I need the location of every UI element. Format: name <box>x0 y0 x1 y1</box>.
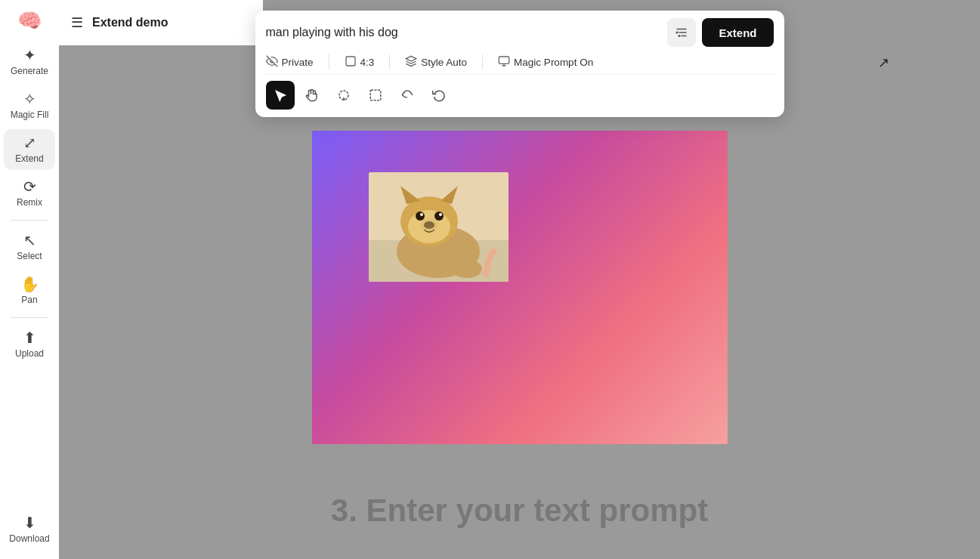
sidebar-divider-1 <box>11 220 48 221</box>
logo-area: 🧠 <box>0 9 59 39</box>
ratio-option[interactable]: 4:3 <box>345 55 375 69</box>
generate-icon: ✦ <box>23 48 36 63</box>
app-logo-icon: 🧠 <box>17 9 42 32</box>
menu-icon[interactable]: ☰ <box>71 14 83 31</box>
history-tool-button[interactable] <box>425 81 453 110</box>
extend-icon: ⤢ <box>23 135 36 150</box>
options-row: Private 4:3 Style Auto <box>266 54 774 73</box>
tools-row <box>266 74 774 110</box>
extend-button[interactable]: Extend <box>702 18 773 47</box>
style-label: Style Auto <box>421 57 467 68</box>
svg-point-24 <box>420 218 438 232</box>
page-title: Extend demo <box>92 16 168 29</box>
prompt-toolbar: Extend Private 4:3 <box>255 11 784 117</box>
sidebar-item-pan-label: Pan <box>21 295 37 305</box>
option-divider-2 <box>389 54 390 69</box>
magic-prompt-option[interactable]: Magic Prompt On <box>498 55 593 69</box>
svg-point-3 <box>676 32 679 34</box>
bottom-instruction-text: 3. Enter your text prompt <box>331 493 708 529</box>
sidebar-item-generate-label: Generate <box>11 66 48 76</box>
image-canvas <box>312 131 728 444</box>
svg-point-19 <box>416 212 425 221</box>
pan-icon: ✋ <box>20 276 39 292</box>
option-divider-3 <box>482 54 483 69</box>
select-icon: ↖ <box>23 233 36 248</box>
select-tool-button[interactable] <box>266 81 295 110</box>
svg-point-22 <box>439 213 442 216</box>
sidebar-divider-2 <box>11 317 48 318</box>
magic-fill-icon: ✧ <box>23 91 36 107</box>
sidebar-item-extend-label: Extend <box>15 153 43 164</box>
lasso-tool-button[interactable] <box>329 81 358 110</box>
download-icon: ⬇ <box>23 515 36 530</box>
sidebar: 🧠 ✦ Generate ✧ Magic Fill ⤢ Extend ⟳ Rem… <box>0 0 59 559</box>
canvas-area: Extend Private 4:3 <box>59 0 980 559</box>
private-option[interactable]: Private <box>266 55 314 69</box>
style-option[interactable]: Style Auto <box>405 55 467 69</box>
option-divider-1 <box>329 54 329 69</box>
sidebar-item-download[interactable]: ⬇ Download <box>4 509 55 550</box>
main-area: ☰ Extend demo Extend <box>59 0 980 559</box>
sidebar-item-select[interactable]: ↖ Select <box>4 227 55 267</box>
hand-tool-button[interactable] <box>298 81 326 110</box>
svg-rect-7 <box>499 57 509 63</box>
svg-point-21 <box>420 213 423 216</box>
sidebar-item-pan[interactable]: ✋ Pan <box>4 270 55 311</box>
private-icon <box>266 55 278 69</box>
svg-point-4 <box>679 35 681 37</box>
sidebar-item-upload[interactable]: ⬆ Upload <box>4 324 55 365</box>
svg-point-28 <box>470 261 479 270</box>
dog-image-inner <box>369 172 509 282</box>
cursor-indicator: ↗ <box>878 54 889 71</box>
sidebar-item-magic-fill[interactable]: ✧ Magic Fill <box>4 85 55 126</box>
sidebar-item-generate[interactable]: ✦ Generate <box>4 42 55 82</box>
sidebar-item-select-label: Select <box>17 251 42 261</box>
magic-prompt-icon <box>498 55 510 69</box>
ratio-label: 4:3 <box>360 57 375 68</box>
sidebar-item-download-label: Download <box>9 533 49 544</box>
sidebar-item-upload-label: Upload <box>15 348 44 359</box>
prompt-settings-button[interactable] <box>667 18 696 47</box>
svg-point-20 <box>434 212 444 221</box>
sidebar-item-extend[interactable]: ⤢ Extend <box>4 129 55 170</box>
marquee-tool-button[interactable] <box>361 81 390 110</box>
prompt-input[interactable] <box>266 26 662 39</box>
sidebar-item-remix[interactable]: ⟳ Remix <box>4 173 55 214</box>
topbar: ☰ Extend demo <box>59 0 263 45</box>
magic-prompt-label: Magic Prompt On <box>514 57 593 68</box>
svg-rect-11 <box>370 90 381 100</box>
ratio-icon <box>345 55 357 69</box>
svg-rect-6 <box>346 57 355 66</box>
private-label: Private <box>282 57 314 68</box>
sidebar-item-magic-fill-label: Magic Fill <box>11 110 49 120</box>
prompt-input-row: Extend <box>266 18 774 47</box>
remix-icon: ⟳ <box>23 179 36 194</box>
sidebar-item-remix-label: Remix <box>17 197 42 208</box>
style-icon <box>405 55 417 69</box>
paint-tool-button[interactable] <box>393 81 422 110</box>
dog-image <box>369 172 509 282</box>
upload-icon: ⬆ <box>23 330 36 345</box>
